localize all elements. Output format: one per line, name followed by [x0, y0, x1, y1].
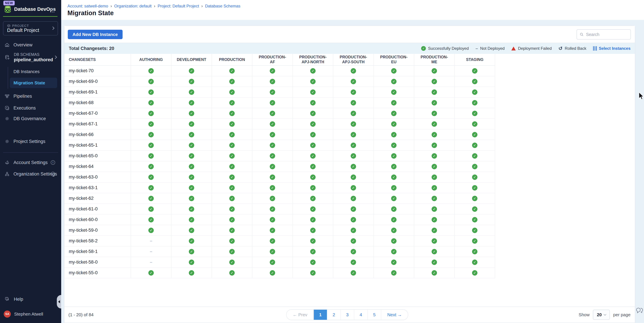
breadcrumb-link[interactable]: Database Schemas — [205, 4, 240, 9]
deployed-check-icon: ✓ — [310, 153, 316, 159]
changeset-name: my-ticket-61-0 — [64, 204, 131, 214]
sidebar-item-overview[interactable]: Overview — [0, 39, 61, 51]
breadcrumb-separator-icon: › — [154, 4, 155, 9]
table-row[interactable]: my-ticket-60-0✓✓✓✓✓✓✓✓✓ — [64, 214, 495, 225]
add-new-db-instance-button[interactable]: Add New DB Instance — [68, 30, 122, 39]
per-page-select[interactable]: 20 — [593, 310, 610, 320]
status-cell: ✓ — [293, 236, 333, 246]
table-row[interactable]: my-ticket-63-1✓✓✓✓✓✓✓✓✓ — [64, 183, 495, 193]
sidebar-item-db-governance[interactable]: DB Governance — [0, 113, 61, 124]
sidebar-item-organization-settings[interactable]: Organization Settings i — [0, 168, 61, 180]
not-deployed-dash-icon: – — [150, 249, 152, 254]
column-header: PRODUCTION — [212, 54, 252, 66]
table-row[interactable]: my-ticket-58-2–✓✓✓✓✓✓✓✓ — [64, 236, 495, 246]
page-button-4[interactable]: 4 — [354, 310, 368, 320]
status-cell: ✓ — [455, 66, 495, 76]
info-icon[interactable]: i — [51, 172, 55, 176]
sidebar-item-label: Project Settings — [14, 139, 45, 144]
deployed-check-icon: ✓ — [148, 185, 154, 191]
column-header: PRODUCTION-ME — [414, 54, 455, 66]
deployed-check-icon: ✓ — [432, 217, 437, 222]
status-cell: ✓ — [374, 214, 414, 225]
deployed-check-icon: ✓ — [229, 68, 235, 74]
page-button-5[interactable]: 5 — [368, 310, 381, 320]
deployed-check-icon: ✓ — [432, 206, 437, 212]
org-chart-icon — [5, 172, 10, 176]
user-menu[interactable]: SA Stephen Atwell — [0, 308, 61, 320]
column-header: STAGING — [455, 54, 495, 66]
status-cell: ✓ — [455, 236, 495, 246]
breadcrumb-link[interactable]: Account: satwell-demo — [68, 4, 108, 9]
page-button-2[interactable]: 2 — [327, 310, 340, 320]
table-row[interactable]: my-ticket-63-0✓✓✓✓✓✓✓✓✓ — [64, 172, 495, 183]
table-row[interactable]: my-ticket-67-1✓✓✓✓✓✓✓✓✓ — [64, 119, 495, 129]
sidebar-item-migration-state[interactable]: Migration State — [10, 78, 57, 88]
deployed-check-icon: ✓ — [472, 238, 478, 244]
table-row[interactable]: my-ticket-65-1✓✓✓✓✓✓✓✓✓ — [64, 140, 495, 151]
status-cell: ✓ — [131, 87, 172, 97]
status-cell: ✓ — [131, 225, 172, 235]
deployed-check-icon: ✓ — [270, 111, 275, 116]
table-row[interactable]: my-ticket-59-0✓✓✓✓✓✓✓✓✓ — [64, 225, 495, 236]
table-row[interactable]: my-ticket-55-0✓✓✓✓✓✓✓✓✓ — [64, 268, 495, 278]
select-instances-link[interactable]: Select Instances — [593, 46, 630, 51]
breadcrumb-link[interactable]: Organization: default — [114, 4, 152, 9]
sidebar-item-project-settings[interactable]: Project Settings — [0, 136, 61, 147]
status-cell: ✓ — [212, 129, 252, 140]
sidebar-item-label: DB Governance — [14, 116, 46, 121]
deployed-check-icon: ✓ — [229, 238, 235, 244]
deployed-check-icon: ✓ — [270, 238, 275, 244]
deployed-check-icon: ✓ — [351, 238, 356, 244]
sidebar-item-help[interactable]: ? Help — [0, 293, 61, 305]
table-row[interactable]: my-ticket-66✓✓✓✓✓✓✓✓✓ — [64, 129, 495, 140]
sidebar-item-account-settings[interactable]: Account Settings i — [0, 157, 61, 168]
deployed-check-icon: ✓ — [310, 217, 316, 222]
sidebar-item-executions[interactable]: Executions — [0, 102, 61, 114]
table-row[interactable]: my-ticket-68✓✓✓✓✓✓✓✓✓ — [64, 98, 495, 108]
deployed-check-icon: ✓ — [148, 132, 154, 137]
deployed-check-icon: ✓ — [472, 143, 478, 148]
table-row[interactable]: my-ticket-65-0✓✓✓✓✓✓✓✓✓ — [64, 151, 495, 161]
per-page-label: per page — [613, 312, 630, 317]
deployed-check-icon: ✓ — [270, 206, 275, 212]
deployed-check-icon: ✓ — [432, 68, 437, 74]
page-button-3[interactable]: 3 — [340, 310, 354, 320]
prev-page-button[interactable]: ← Prev — [286, 310, 314, 320]
status-cell: ✓ — [333, 268, 374, 278]
breadcrumb-link[interactable]: Project: Default Project — [158, 4, 199, 9]
table-row[interactable]: my-ticket-67-0✓✓✓✓✓✓✓✓✓ — [64, 108, 495, 119]
changeset-name: my-ticket-67-1 — [64, 119, 131, 129]
status-cell: ✓ — [455, 214, 495, 225]
table-row[interactable]: my-ticket-69-0✓✓✓✓✓✓✓✓✓ — [64, 76, 495, 87]
status-cell: ✓ — [212, 151, 252, 161]
nav-tree-line — [8, 67, 8, 89]
table-row[interactable]: my-ticket-69-1✓✓✓✓✓✓✓✓✓ — [64, 87, 495, 98]
table-row[interactable]: my-ticket-64✓✓✓✓✓✓✓✓✓ — [64, 161, 495, 172]
deployed-check-icon: ✓ — [351, 153, 356, 159]
sidebar-item-db-instances[interactable]: DB Instances — [14, 67, 57, 77]
app-grid-icon[interactable] — [50, 8, 55, 14]
not-deployed-dash-icon: – — [150, 259, 152, 265]
chat-question-icon: ? — [5, 297, 10, 302]
table-row[interactable]: my-ticket-70✓✓✓✓✓✓✓✓✓ — [64, 66, 495, 76]
changeset-name: my-ticket-59-0 — [64, 225, 131, 235]
info-icon[interactable]: i — [51, 160, 55, 165]
status-legend: ✓Successfully Deployed–Not DeployedDeplo… — [421, 46, 630, 51]
sidebar-item-db-schemas[interactable]: DB SCHEMAS pipeline_authored — [0, 50, 61, 65]
project-selector[interactable]: PROJECT Default Project — [3, 21, 58, 36]
next-page-button[interactable]: Next → — [381, 310, 408, 320]
sidebar-collapse-handle[interactable] — [57, 295, 61, 308]
table-row[interactable]: my-ticket-62✓✓✓✓✓✓✓✓✓ — [64, 193, 495, 204]
deployed-check-icon: ✓ — [432, 100, 437, 106]
table-row[interactable]: my-ticket-58-0–✓✓✓✓✓✓✓✓ — [64, 257, 495, 268]
changeset-name: my-ticket-58-0 — [64, 257, 131, 267]
deployed-check-icon: ✓ — [432, 174, 437, 180]
page-button-1[interactable]: 1 — [314, 310, 327, 320]
status-cell: ✓ — [374, 76, 414, 87]
sidebar-item-pipelines[interactable]: Pipelines — [0, 91, 61, 102]
table-row[interactable]: my-ticket-58-1–✓✓✓✓✓✓✓✓ — [64, 246, 495, 257]
search-input[interactable] — [586, 32, 628, 37]
mouse-cursor-icon — [638, 92, 644, 101]
chat-bubbles-icon[interactable] — [636, 307, 644, 315]
table-row[interactable]: my-ticket-61-0✓✓✓✓✓✓✓✓✓ — [64, 204, 495, 214]
